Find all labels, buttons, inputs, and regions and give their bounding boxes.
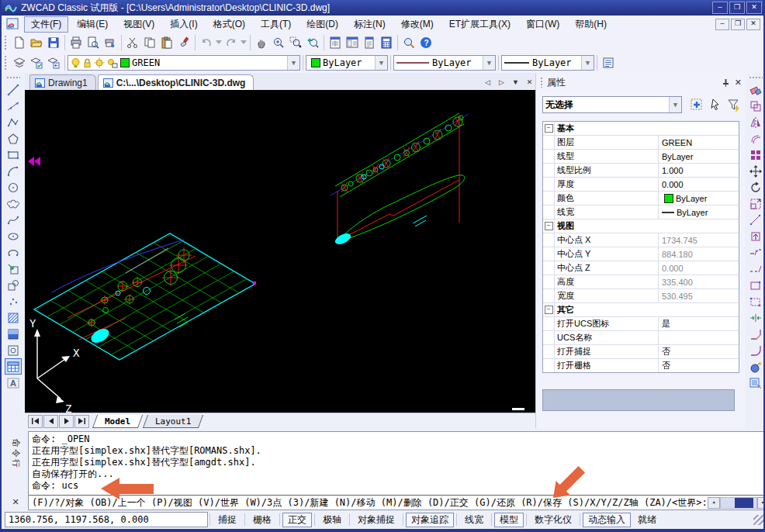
polyline-button[interactable] [5, 114, 22, 130]
collapse-icon[interactable]: − [545, 306, 553, 314]
snap-toggle[interactable]: 捕捉 [213, 513, 242, 527]
open-button[interactable] [28, 34, 45, 51]
linetype-combo-dropdown[interactable]: ▼ [483, 56, 495, 70]
menu-help[interactable]: 帮助(H) [568, 16, 614, 33]
tab-scroll-left-button[interactable]: ◁ [482, 77, 493, 88]
layer-properties-manager-button[interactable] [11, 54, 28, 71]
explode-button[interactable] [747, 358, 764, 375]
panel-grip[interactable] [540, 77, 544, 88]
window-close-button[interactable]: ✕ [746, 2, 762, 14]
toolbar-grip[interactable] [4, 55, 8, 71]
scroll-left-icon[interactable]: ◂ [708, 497, 720, 509]
scrollbar-thumb[interactable] [735, 498, 753, 508]
copy-button[interactable] [141, 34, 158, 51]
property-row-thickness[interactable]: 厚度0.000 [543, 178, 739, 192]
layer-control-combo[interactable]: GREEN ▼ [68, 55, 300, 71]
menu-express-tools[interactable]: ET扩展工具(X) [442, 16, 518, 33]
toolbar-grip[interactable] [749, 76, 763, 80]
redo-button[interactable] [223, 34, 240, 51]
color-combo-dropdown[interactable]: ▼ [375, 56, 387, 70]
property-row-ucs-icon-on[interactable]: 打开UCS图标是 [543, 317, 739, 331]
mirror-button[interactable] [747, 114, 764, 130]
edit-polyline-button[interactable] [747, 277, 764, 293]
polar-toggle[interactable]: 极轴 [317, 513, 347, 527]
linetype-control-combo[interactable]: ByLayer ▼ [393, 55, 496, 71]
save-button[interactable] [45, 34, 62, 51]
properties-palette-button[interactable] [327, 34, 344, 51]
gradient-button[interactable] [5, 326, 22, 342]
menu-file[interactable]: 文件(F) [24, 16, 68, 33]
fillet-button[interactable] [747, 342, 764, 358]
section-row-misc[interactable]: −其它 [543, 303, 739, 317]
rotate-button[interactable] [747, 179, 764, 195]
menu-view[interactable]: 视图(V) [116, 16, 161, 33]
property-row-color[interactable]: 颜色ByLayer [543, 192, 739, 206]
design-center-button[interactable] [344, 34, 361, 51]
menu-window[interactable]: 窗口(W) [519, 16, 566, 33]
doc-tab-clinic-3d[interactable]: C:\...\Desktop\CLINIC-3D.dwg [98, 74, 254, 90]
plot-style-button[interactable] [600, 54, 617, 71]
toggle-value-filter-button[interactable] [725, 96, 742, 113]
dynamic-input-toggle[interactable]: 动态输入 [583, 513, 631, 527]
break-button[interactable] [747, 261, 764, 277]
move-button[interactable] [747, 163, 764, 179]
tab-previous-button[interactable] [43, 415, 58, 428]
layout1-tab[interactable]: Layout1 [143, 415, 204, 428]
undo-button[interactable] [198, 34, 215, 51]
doc-tab-drawing1[interactable]: Drawing1 [29, 74, 96, 90]
property-row-linetype-scale[interactable]: 线型比例1.000 [543, 164, 739, 178]
revision-cloud-button[interactable] [5, 195, 22, 212]
layer-states-manager-button[interactable] [28, 54, 45, 71]
pin-icon[interactable] [722, 78, 730, 87]
region-button[interactable] [5, 342, 22, 358]
section-row-view[interactable]: −视图 [543, 219, 739, 233]
property-row-lineweight[interactable]: 线宽ByLayer [543, 206, 739, 219]
arc-button[interactable] [5, 163, 22, 179]
construction-line-button[interactable] [5, 98, 22, 114]
scroll-right-icon[interactable]: ▸ [757, 497, 765, 509]
property-row-linetype[interactable]: 线型ByLayer [543, 150, 739, 164]
property-row-layer[interactable]: 图层GREEN [543, 136, 739, 150]
tab-next-button[interactable] [59, 415, 74, 428]
command-scrollbar[interactable]: ◂ ▸ [708, 497, 765, 508]
tab-last-button[interactable] [74, 415, 89, 428]
copy-object-button[interactable] [747, 98, 764, 114]
print-preview-button[interactable] [85, 34, 102, 51]
otrack-toggle[interactable]: 对象追踪 [406, 513, 454, 527]
new-button[interactable] [11, 34, 28, 51]
mdi-minimize-button[interactable]: – [715, 19, 729, 30]
tab-first-button[interactable] [28, 415, 43, 428]
toolbar-grip[interactable] [6, 76, 20, 80]
multiline-text-button[interactable]: A [5, 375, 22, 391]
array-button[interactable] [747, 147, 764, 163]
redo-dropdown[interactable] [240, 34, 248, 51]
menu-edit[interactable]: 编辑(E) [70, 16, 115, 33]
ellipse-arc-button[interactable] [5, 244, 22, 261]
property-row-width[interactable]: 宽度530.495 [543, 289, 739, 303]
osnap-toggle[interactable]: 对象捕捉 [352, 513, 400, 527]
spline-button[interactable] [5, 212, 22, 228]
command-window-close-icon[interactable]: ✕ [12, 497, 19, 507]
insert-block-button[interactable] [5, 261, 22, 277]
window-resize-grip[interactable] [753, 515, 763, 525]
toolbar-grip[interactable] [4, 35, 8, 50]
menu-draw[interactable]: 绘图(D) [299, 16, 345, 33]
hatch-button[interactable] [5, 309, 22, 326]
layer-combo-dropdown[interactable]: ▼ [287, 56, 299, 70]
section-row-basic[interactable]: −基本 [543, 122, 739, 136]
model-toggle[interactable]: 模型 [494, 513, 524, 527]
property-row-center-x[interactable]: 中心点 X1734.745 [543, 233, 739, 247]
chamfer-button[interactable] [747, 326, 764, 342]
erase-button[interactable] [747, 81, 764, 98]
line-button[interactable] [5, 81, 22, 98]
tool-palettes-button[interactable] [361, 34, 378, 51]
help-button[interactable]: ? [417, 34, 434, 51]
quick-calc-button[interactable] [378, 34, 395, 51]
property-row-center-z[interactable]: 中心点 Z0.000 [543, 261, 739, 275]
tablet-toggle[interactable]: 数字化仪 [529, 513, 577, 527]
grid-toggle[interactable]: 栅格 [248, 513, 277, 527]
menu-tools[interactable]: 工具(T) [254, 16, 298, 33]
cut-button[interactable] [124, 34, 141, 51]
property-row-grid-on[interactable]: 打开栅格否 [543, 359, 739, 372]
lineweight-control-combo[interactable]: ByLayer ▼ [501, 55, 594, 71]
